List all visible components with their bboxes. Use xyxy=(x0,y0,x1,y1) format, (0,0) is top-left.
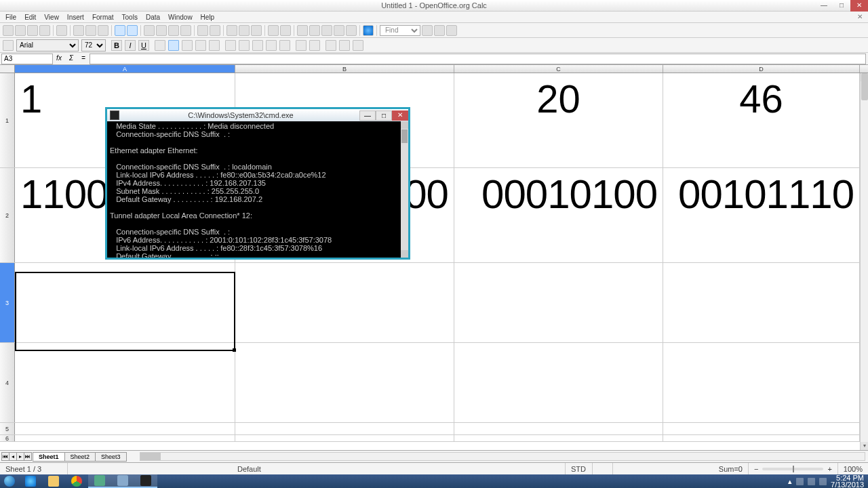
cmd-minimize-button[interactable]: — xyxy=(359,110,376,121)
menu-tools[interactable]: Tools xyxy=(119,13,140,22)
menu-view[interactable]: View xyxy=(41,13,62,22)
cmd-scrollbar[interactable]: ▴▾ xyxy=(401,121,408,258)
hscroll-thumb[interactable] xyxy=(140,453,161,460)
cell-b6[interactable] xyxy=(235,435,454,441)
horizontal-scrollbar[interactable] xyxy=(140,452,865,461)
tray-chevron-icon[interactable]: ▴ xyxy=(788,477,792,486)
taskbar-chrome[interactable] xyxy=(65,474,88,488)
edit-icon[interactable] xyxy=(56,25,67,36)
decrease-indent-icon[interactable] xyxy=(296,40,307,51)
help-icon[interactable] xyxy=(363,25,374,36)
col-header-d[interactable]: D xyxy=(663,65,860,73)
tray-flag-icon[interactable] xyxy=(796,478,804,485)
new-icon[interactable] xyxy=(3,25,14,36)
redo-icon[interactable] xyxy=(210,25,220,36)
cell-b4[interactable] xyxy=(235,343,454,422)
underline-button[interactable]: U xyxy=(138,40,149,51)
menu-window[interactable]: Window xyxy=(165,13,195,22)
taskbar-cmd[interactable] xyxy=(134,474,157,488)
scroll-down-icon[interactable]: ▾ xyxy=(861,442,868,450)
chart-icon[interactable] xyxy=(268,25,279,36)
cmd-scroll-down-icon[interactable]: ▾ xyxy=(401,250,408,258)
cell-a3[interactable] xyxy=(15,263,235,342)
remove-decimal-icon[interactable] xyxy=(279,40,290,51)
col-header-c[interactable]: C xyxy=(454,65,663,73)
row-header-6[interactable]: 6 xyxy=(0,435,15,441)
sum-icon[interactable]: Σ xyxy=(66,54,76,64)
copy-icon[interactable] xyxy=(156,25,167,36)
format-paint-icon[interactable] xyxy=(180,25,191,36)
vertical-scrollbar[interactable]: ▴ ▾ xyxy=(860,73,868,450)
cell-c2[interactable]: 00010100 xyxy=(454,168,663,262)
preview-icon[interactable] xyxy=(98,25,108,36)
menu-format[interactable]: Format xyxy=(90,13,117,22)
maximize-button[interactable]: □ xyxy=(833,0,850,12)
cell-d5[interactable] xyxy=(663,423,860,434)
function-wizard-icon[interactable]: fx xyxy=(54,54,64,64)
cell-c4[interactable] xyxy=(454,343,663,422)
align-right-icon[interactable] xyxy=(182,40,193,51)
cell-c3[interactable] xyxy=(454,263,663,342)
align-justify-icon[interactable] xyxy=(195,40,206,51)
open-icon[interactable] xyxy=(15,25,26,36)
gallery-icon[interactable] xyxy=(309,25,320,36)
equals-icon[interactable]: = xyxy=(79,54,88,64)
datasources-icon[interactable] xyxy=(321,25,332,36)
paste-icon[interactable] xyxy=(168,25,179,36)
italic-button[interactable]: I xyxy=(125,40,136,51)
status-zoom[interactable]: 100% xyxy=(838,463,868,474)
sheet-tab-1[interactable]: Sheet1 xyxy=(33,452,65,462)
close-button[interactable]: ✕ xyxy=(850,0,868,12)
align-center-icon[interactable] xyxy=(168,40,179,51)
increase-indent-icon[interactable] xyxy=(309,40,320,51)
bold-button[interactable]: B xyxy=(111,40,122,51)
cell-a5[interactable] xyxy=(15,423,235,434)
zoom-in-icon[interactable]: + xyxy=(827,465,831,473)
taskbar-explorer[interactable] xyxy=(42,474,65,488)
align-left-icon[interactable] xyxy=(155,40,165,51)
add-decimal-icon[interactable] xyxy=(266,40,277,51)
minimize-button[interactable]: — xyxy=(815,0,833,12)
bgcolor-icon[interactable] xyxy=(339,40,350,51)
cell-a6[interactable] xyxy=(15,435,235,441)
formula-input[interactable] xyxy=(90,54,866,64)
find-next-icon[interactable] xyxy=(434,25,445,36)
status-std[interactable]: STD xyxy=(566,463,593,474)
cmd-output[interactable]: Media State . . . . . . . . . . . : Medi… xyxy=(107,121,408,258)
tab-last-icon[interactable]: ⏭ xyxy=(24,452,32,461)
taskbar-ie[interactable] xyxy=(19,474,42,488)
menu-help[interactable]: Help xyxy=(198,13,218,22)
cmd-close-button[interactable]: ✕ xyxy=(392,110,408,121)
start-button[interactable] xyxy=(0,474,19,488)
tray-volume-icon[interactable] xyxy=(819,478,827,485)
cell-d4[interactable] xyxy=(663,343,860,422)
cmd-maximize-button[interactable]: □ xyxy=(376,110,392,121)
headers-icon[interactable] xyxy=(334,25,344,36)
scroll-thumb[interactable] xyxy=(861,73,868,100)
cmd-titlebar[interactable]: C:\Windows\System32\cmd.exe — □ ✕ xyxy=(107,109,408,121)
cell-c5[interactable] xyxy=(454,423,663,434)
cut-icon[interactable] xyxy=(144,25,155,36)
zoom-out-icon[interactable]: − xyxy=(754,465,758,473)
find-combo[interactable]: Find xyxy=(380,25,420,36)
menu-edit[interactable]: Edit xyxy=(22,13,39,22)
row-header-1[interactable]: 1 xyxy=(0,73,15,167)
select-all-corner[interactable] xyxy=(0,65,15,73)
name-box[interactable] xyxy=(1,54,53,64)
cmd-window[interactable]: C:\Windows\System32\cmd.exe — □ ✕ Media … xyxy=(105,107,410,260)
find-prev-icon[interactable] xyxy=(422,25,433,36)
cmd-scroll-thumb[interactable] xyxy=(401,129,408,143)
navigator-icon[interactable] xyxy=(280,25,291,36)
find-icon[interactable] xyxy=(297,25,308,36)
cell-d6[interactable] xyxy=(663,435,860,441)
zoom-slider[interactable]: − + xyxy=(749,463,838,474)
clock[interactable]: 5:24 PM 7/13/2013 xyxy=(831,474,864,488)
email-icon[interactable] xyxy=(39,25,50,36)
cell-d3[interactable] xyxy=(663,263,860,342)
fontcolor-icon[interactable] xyxy=(353,40,363,51)
currency-icon[interactable] xyxy=(225,40,236,51)
autospell-icon[interactable] xyxy=(127,25,138,36)
doc-close-icon[interactable]: ✕ xyxy=(854,12,865,21)
hyperlink-icon[interactable] xyxy=(226,25,237,36)
pdf-icon[interactable] xyxy=(73,25,84,36)
